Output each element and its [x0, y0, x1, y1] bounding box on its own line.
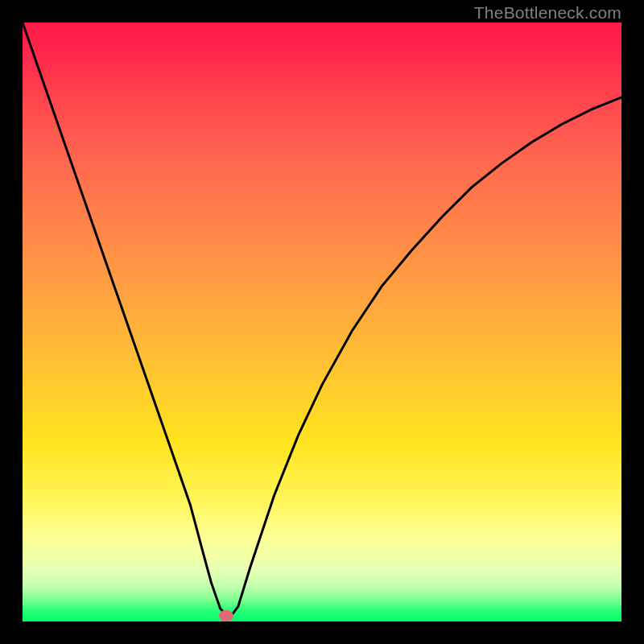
plot-area [23, 23, 621, 621]
bottleneck-curve [23, 23, 621, 618]
optimum-marker [219, 610, 233, 621]
chart-container: TheBottleneck.com [0, 0, 644, 644]
attribution-text: TheBottleneck.com [474, 3, 621, 23]
curve-svg [23, 23, 621, 621]
